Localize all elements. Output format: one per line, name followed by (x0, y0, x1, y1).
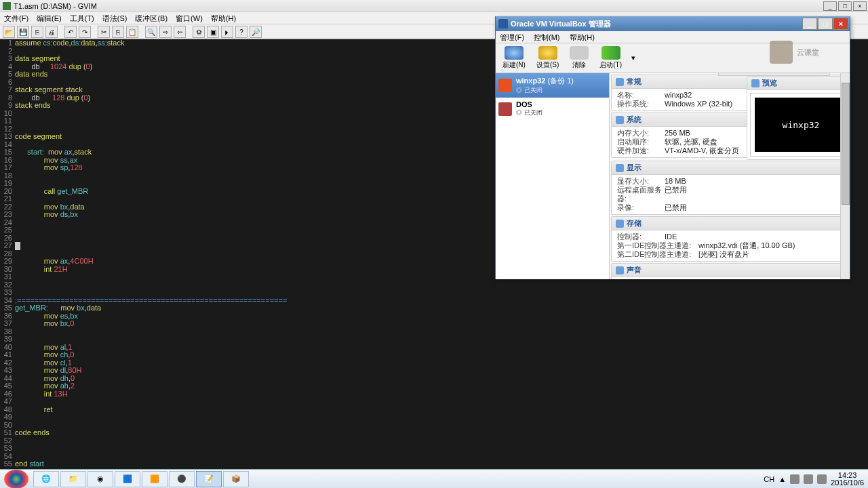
vm-list[interactable]: winxp32 (备份 1)◎ 已关闭DOS ◎ 已关闭 (496, 73, 610, 279)
tag-icon[interactable]: ⏵ (221, 26, 233, 38)
code-line[interactable]: 49 (0, 413, 868, 422)
gvim-window-controls: _ □ × (823, 1, 867, 11)
menu-item[interactable]: 帮助(H) (211, 14, 236, 22)
gvim-titlebar: T1.asm (D:\ASM) - GVIM (0, 0, 868, 12)
code-line[interactable]: 51code ends (0, 429, 868, 437)
minimize-button[interactable]: _ (823, 1, 837, 11)
menu-item[interactable]: 窗口(W) (176, 14, 203, 22)
code-line[interactable]: 44 mov dh,0 (0, 375, 868, 383)
cut-icon[interactable]: ✂ (98, 26, 110, 38)
clock[interactable]: 14:23 2016/10/6 (831, 472, 864, 487)
menu-item[interactable]: 编辑(E) (37, 14, 62, 22)
vbox-titlebar[interactable]: Oracle VM VirtualBox 管理器 _ □ × (496, 16, 850, 31)
maximize-button[interactable]: □ (818, 18, 833, 30)
code-line[interactable]: 53 (0, 445, 868, 453)
lang-indicator[interactable]: CH (764, 475, 774, 483)
vm-item[interactable]: DOS ◎ 已关闭 (496, 98, 609, 120)
gvim-icon (3, 2, 11, 10)
toolbar-button[interactable]: 新建(N) (501, 45, 527, 71)
dropdown-icon[interactable]: ▾ (631, 54, 635, 62)
saveall-icon[interactable]: ⎘ (31, 26, 43, 38)
menu-item[interactable]: 工具(T) (70, 14, 94, 22)
minimize-button[interactable]: _ (802, 18, 817, 30)
close-button[interactable]: × (833, 18, 848, 30)
task-gvim[interactable]: 📝 (196, 471, 222, 487)
task-obs[interactable]: ⚫ (169, 471, 195, 487)
code-line[interactable]: 48 ret (0, 406, 868, 414)
code-line[interactable]: 54 (0, 453, 868, 461)
code-line[interactable]: 46 int 13H (0, 390, 868, 399)
menu-item[interactable]: 缓冲区(B) (135, 14, 167, 22)
audio-icon (616, 266, 624, 274)
findnext-icon[interactable]: ⇨ (159, 26, 172, 38)
code-line[interactable]: 45 mov ah,2 (0, 382, 868, 390)
code-line[interactable]: 34;=====================================… (0, 297, 868, 305)
code-line[interactable]: 42 mov cl,1 (0, 359, 868, 367)
taskbar[interactable]: 🌐 📁 ◉ 🟦 🟧 ⚫ 📝 📦 CH ▲ 14:23 2016/10/6 (0, 469, 868, 488)
copy-icon[interactable]: ⎘ (112, 26, 124, 38)
print-icon[interactable]: 🖨 (45, 26, 58, 38)
task-app1[interactable]: 🟦 (115, 471, 140, 487)
help-icon[interactable]: ? (235, 26, 248, 38)
tray-up-icon[interactable]: ▲ (778, 475, 786, 483)
code-line[interactable]: 33 (0, 289, 868, 297)
code-line[interactable]: 43 mov dl,80H (0, 367, 868, 375)
task-app2[interactable]: 🟧 (142, 471, 167, 487)
code-line[interactable]: 38 (0, 328, 868, 336)
watermark: 云课堂 (770, 41, 819, 64)
menu-item[interactable]: 管理(F) (500, 33, 524, 41)
search-icon[interactable]: 🔎 (250, 26, 262, 38)
task-chrome[interactable]: ◉ (87, 471, 113, 487)
vbox-icon (498, 19, 508, 28)
code-line[interactable]: 37 mov bx,0 (0, 320, 868, 328)
volume-icon[interactable] (817, 474, 827, 484)
preview-icon (751, 79, 760, 87)
system-icon (616, 116, 624, 124)
section-storage: 存储 控制器:IDE 第一IDE控制器主通道:winxp32.vdi (普通, … (611, 216, 848, 262)
code-line[interactable]: 50 (0, 422, 868, 430)
code-line[interactable]: 52 (0, 437, 868, 445)
undo-icon[interactable]: ↶ (64, 26, 77, 38)
shell-icon[interactable]: ▣ (207, 26, 219, 38)
vbox-body: winxp32 (备份 1)◎ 已关闭DOS ◎ 已关闭 明细(D) 显示虚拟机… (496, 73, 850, 279)
find-icon[interactable]: 🔍 (145, 26, 157, 38)
code-line[interactable]: 40 mov al,1 (0, 344, 868, 352)
toolbar-button[interactable]: 清除 (568, 45, 590, 71)
menu-item[interactable]: 帮助(H) (570, 33, 595, 41)
close-button[interactable]: × (853, 1, 867, 11)
scrollbar-thumb[interactable] (842, 83, 850, 205)
code-line[interactable]: 35get_MBR: mov bx,data (0, 304, 868, 312)
tray-icon[interactable] (804, 474, 813, 484)
start-button[interactable] (4, 470, 28, 489)
maximize-button[interactable]: □ (838, 1, 852, 11)
vbox-title-text: Oracle VM VirtualBox 管理器 (511, 19, 611, 29)
menu-item[interactable]: 语法(S) (102, 14, 127, 22)
code-line[interactable]: 39 (0, 336, 868, 344)
make-icon[interactable]: ⚙ (193, 26, 205, 38)
paste-icon[interactable]: 📋 (126, 26, 138, 38)
display-icon (616, 164, 624, 172)
open-icon[interactable]: 📂 (3, 26, 15, 38)
task-explorer[interactable]: 📁 (60, 471, 86, 487)
storage-icon (616, 220, 624, 228)
vm-item[interactable]: winxp32 (备份 1)◎ 已关闭 (496, 73, 609, 98)
code-line[interactable]: 47 (0, 398, 868, 406)
task-vbox[interactable]: 📦 (223, 471, 249, 487)
code-line[interactable]: 32 (0, 281, 868, 289)
task-ie[interactable]: 🌐 (33, 471, 59, 487)
code-line[interactable]: 36 mov es,bx (0, 312, 868, 321)
findprev-icon[interactable]: ⇦ (174, 26, 186, 38)
menu-item[interactable]: 文件(F) (4, 14, 28, 22)
save-icon[interactable]: 💾 (17, 26, 29, 38)
redo-icon[interactable]: ↷ (79, 26, 91, 38)
code-line[interactable]: 41 mov ch,0 (0, 351, 868, 359)
menu-item[interactable]: 控制(M) (534, 33, 560, 41)
code-line[interactable]: 55end start (0, 460, 868, 468)
toolbar-button[interactable]: 设置(S) (535, 45, 560, 71)
toolbar-button[interactable]: 启动(T) (598, 45, 623, 71)
tray-icon[interactable] (790, 474, 800, 484)
scrollbar[interactable] (840, 73, 850, 279)
vm-details: 明细(D) 显示虚拟机配置明细(S) (1) 常规 名称:winxp32 操作系… (610, 73, 850, 279)
system-tray[interactable]: CH ▲ 14:23 2016/10/6 (760, 472, 868, 487)
section-preview: 预览 winxp32 (745, 75, 848, 161)
